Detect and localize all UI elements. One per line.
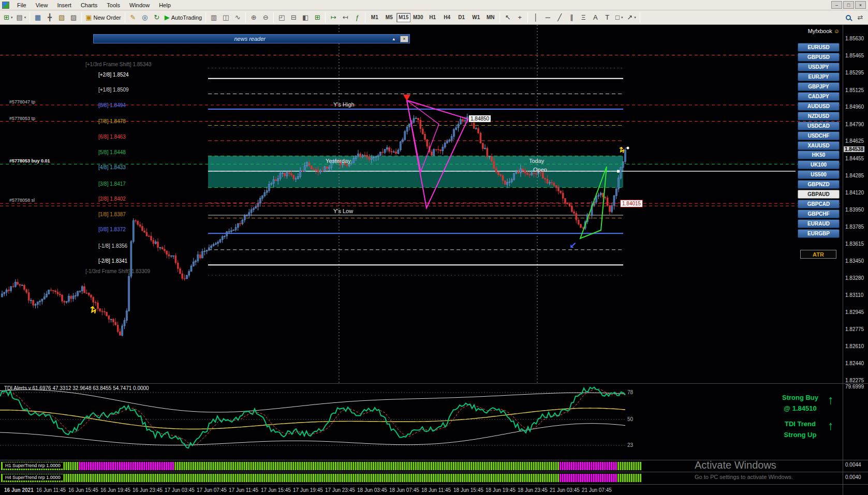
text-label-button[interactable]: T — [601, 12, 613, 23]
minimize-button[interactable]: – — [831, 1, 842, 9]
zoom-in-button[interactable]: ⊕ — [248, 12, 259, 23]
toolbar-separator — [125, 12, 125, 23]
toolbar-group: ↖+ — [502, 12, 525, 23]
channel-button[interactable]: ∥ — [566, 12, 577, 23]
symbol-gbpchf[interactable]: GBPCHF — [798, 209, 840, 218]
symbol-audusd[interactable]: AUDUSD — [798, 102, 840, 111]
horizontal-line-button[interactable]: ─ — [542, 12, 553, 23]
symbol-uk100[interactable]: UK100 — [798, 160, 840, 169]
symbol-hk50[interactable]: HK50 — [798, 151, 840, 159]
time-axis[interactable]: 16 Jun 202116 Jun 11:4516 Jun 15:4516 Ju… — [0, 485, 843, 495]
line-chart-mode-button[interactable]: ∿ — [232, 12, 243, 23]
news-reader-panel[interactable]: news reader ▴ × — [93, 34, 410, 43]
quick-search-button[interactable] — [843, 12, 854, 23]
tdi-level-label: 78 — [627, 389, 633, 396]
time-axis-label: 16 Jun 2021 — [4, 487, 34, 493]
timeframe-m15[interactable]: M15 — [396, 13, 410, 22]
timeframe-mn[interactable]: MN — [483, 13, 497, 22]
timeframe-m30[interactable]: M30 — [411, 13, 425, 22]
dropdown-arrow-icon: ▾ — [634, 16, 636, 20]
timeframe-h1[interactable]: H1 — [425, 13, 439, 22]
arrow-tools-button[interactable]: ↗▾ — [625, 12, 637, 23]
toolbar-group: ✎◎↻▶AutoTrading — [127, 12, 204, 23]
atr-button[interactable]: ATR — [800, 250, 836, 259]
symbol-gbpusd[interactable]: GBPUSD — [798, 53, 840, 62]
tile-vertical-button[interactable]: ◧ — [300, 12, 311, 23]
zoom-out-button[interactable]: ⊖ — [260, 12, 271, 23]
symbol-usdcad[interactable]: USDCAD — [798, 122, 840, 130]
price-axis-value: 1.85465 — [845, 53, 864, 58]
autotrading-button[interactable]: ▶AutoTrading — [163, 12, 204, 23]
toolbar: ⊞▾▤▾▦╋▧▨▣New Order✎◎↻▶AutoTrading▥◫∿⊕⊖◰⊟… — [0, 10, 868, 25]
menu-file[interactable]: File — [12, 1, 31, 9]
crosshair-button[interactable]: + — [514, 12, 525, 23]
new-chart-button[interactable]: ⊞▾ — [2, 12, 14, 23]
shapes-button[interactable]: □▾ — [613, 12, 625, 23]
candlestick-mode-button[interactable]: ◫ — [220, 12, 231, 23]
dropdown-arrow-icon: ▾ — [11, 16, 13, 20]
timeframe-w1[interactable]: W1 — [469, 13, 483, 22]
refresh-button[interactable]: ↻ — [151, 12, 163, 23]
navigator-button[interactable]: ▧ — [56, 12, 67, 23]
symbol-eurjpy[interactable]: EURJPY — [798, 72, 840, 81]
tdi-axis-value: 79.6999 — [845, 384, 864, 389]
timeframe-m5[interactable]: M5 — [382, 13, 396, 22]
menu-tools[interactable]: Tools — [102, 1, 125, 9]
new-order-button[interactable]: ▣New Order — [84, 12, 122, 23]
signal-strong-buy: Strong Buy — [774, 394, 827, 401]
price-axis-value: 1.83280 — [845, 275, 864, 281]
timeframe-m1[interactable]: M1 — [367, 13, 381, 22]
bar-chart-mode-button[interactable]: ▥ — [208, 12, 219, 23]
menu-help[interactable]: Help — [154, 1, 175, 9]
menu-charts[interactable]: Charts — [76, 1, 102, 9]
chart-shift-button[interactable]: ↤ — [340, 12, 351, 23]
symbol-usdchf[interactable]: USDCHF — [798, 131, 840, 140]
data-window-button[interactable]: ╋ — [44, 12, 55, 23]
profiles-button[interactable]: ▤▾ — [14, 12, 27, 23]
styler-button[interactable]: ✎ — [127, 12, 139, 23]
time-axis-label: 17 Jun 23:45 — [325, 487, 355, 493]
menu-window[interactable]: Window — [125, 1, 154, 9]
murray-level-label: [2/8] 1.8402 — [98, 196, 126, 202]
arrange-grid-button[interactable]: ⊞ — [312, 12, 323, 23]
menu-insert[interactable]: Insert — [52, 1, 76, 9]
dropdown-arrow-icon: ▾ — [621, 16, 623, 20]
symbol-gbpjpy[interactable]: GBPJPY — [798, 82, 840, 91]
symbol-gbpcad[interactable]: GBPCAD — [798, 200, 840, 208]
symbol-eurgbp[interactable]: EURGBP — [798, 229, 840, 238]
toolbar-group: ▥◫∿ — [208, 12, 243, 23]
symbol-gbpnzd[interactable]: GBPNZD — [798, 180, 840, 189]
vertical-line-button[interactable]: │ — [530, 12, 541, 23]
text-button[interactable]: A — [590, 12, 601, 23]
terminal-button[interactable]: ▨ — [68, 12, 79, 23]
restore-button[interactable]: □ — [843, 1, 854, 9]
symbol-eurusd[interactable]: EURUSD — [798, 43, 840, 52]
symbol-switch-button[interactable]: ⇄ — [855, 12, 866, 23]
symbol-euraud[interactable]: EURAUD — [798, 219, 840, 228]
symbol-xauusd[interactable]: XAUUSD — [798, 141, 840, 150]
auto-scroll-button[interactable]: ↦ — [328, 12, 339, 23]
symbol-us500[interactable]: US500 — [798, 170, 840, 179]
symbol-gbpaud[interactable]: GBPAUD — [798, 190, 840, 199]
price-axis[interactable]: 1.856301.854651.852951.851251.849601.847… — [844, 25, 868, 495]
timeframe-h4[interactable]: H4 — [440, 13, 454, 22]
autotrading-label: AutoTrading — [171, 14, 202, 21]
zoom-in-icon: ⊕ — [251, 14, 257, 21]
symbol-nzdusd[interactable]: NZDUSD — [798, 112, 840, 121]
alerts-button[interactable]: ◎ — [139, 12, 151, 23]
symbol-cadjpy[interactable]: CADJPY — [798, 92, 840, 101]
indicators-button[interactable]: ƒ — [351, 12, 363, 23]
murray-level-label: [-1/8] 1.8356 — [98, 243, 127, 249]
trendline-button[interactable]: ╱ — [554, 12, 565, 23]
symbol-usdjpy[interactable]: USDJPY — [798, 63, 840, 71]
cursor-button[interactable]: ↖ — [502, 12, 513, 23]
close-icon[interactable]: × — [400, 36, 408, 42]
fibonacci-button[interactable]: Ξ — [578, 12, 589, 23]
collapse-icon[interactable]: ▴ — [392, 36, 395, 41]
market-watch-button[interactable]: ▦ — [32, 12, 43, 23]
timeframe-d1[interactable]: D1 — [454, 13, 468, 22]
tile-windows-button[interactable]: ◰ — [276, 12, 287, 23]
menu-view[interactable]: View — [31, 1, 53, 9]
close-button[interactable]: × — [855, 1, 866, 9]
tile-horizontal-button[interactable]: ⊟ — [288, 12, 299, 23]
